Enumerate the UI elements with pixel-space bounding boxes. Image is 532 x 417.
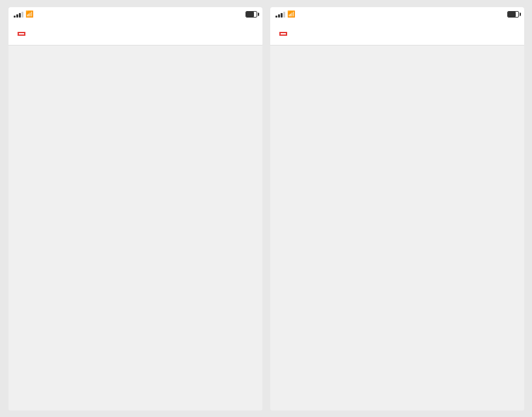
status-right-left — [245, 11, 257, 18]
wifi-icon: 📶 — [25, 10, 33, 18]
header-right — [270, 21, 524, 46]
battery-icon — [245, 11, 257, 18]
phone-right: 📶 — [270, 7, 524, 410]
battery-icon-right — [507, 11, 519, 18]
signal-icon-right — [275, 11, 285, 18]
signal-icon — [14, 11, 23, 18]
status-bar-right: 📶 — [270, 7, 524, 21]
phone-left: 📶 — [8, 7, 262, 410]
person-list-right — [270, 46, 524, 410]
status-bar-left: 📶 — [8, 7, 262, 21]
page-title-left — [18, 32, 25, 36]
header-left — [8, 21, 262, 46]
status-left-left: 📶 — [14, 10, 33, 18]
status-left-right: 📶 — [275, 10, 295, 18]
page-title-right — [279, 32, 287, 36]
wifi-icon-right: 📶 — [287, 10, 295, 18]
status-right-right — [507, 11, 519, 18]
person-list-left — [8, 46, 262, 410]
